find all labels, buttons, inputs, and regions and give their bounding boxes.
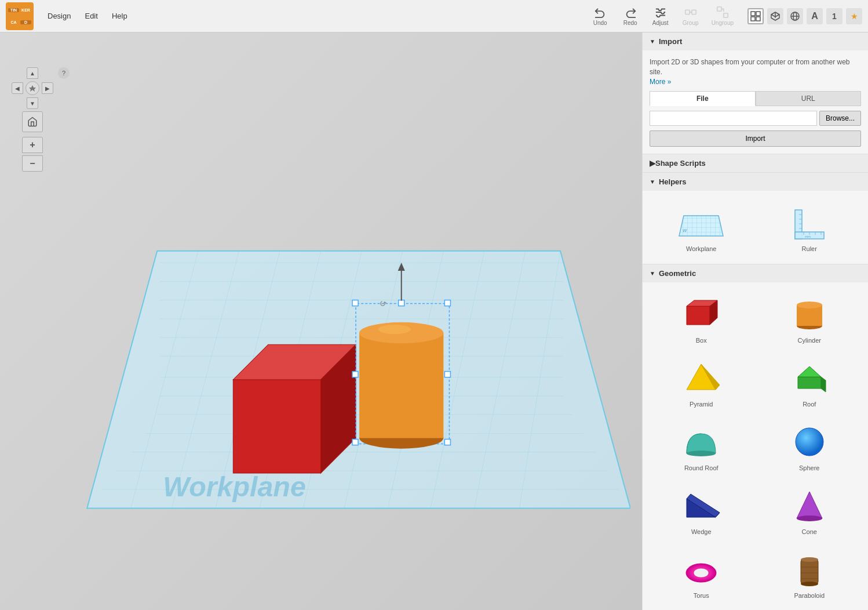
more-link[interactable]: More » [650, 78, 671, 86]
workplane-label: Workplane [686, 245, 716, 252]
svg-point-92 [694, 568, 709, 578]
helpers-section: ▼ Helpers [643, 173, 868, 264]
svg-point-78 [797, 302, 822, 308]
shape-pyramid[interactable]: Pyramid [650, 353, 753, 412]
cylinder-shape[interactable] [359, 322, 443, 449]
number-icon[interactable]: 1 [826, 8, 843, 24]
zoom-in-button[interactable]: + [22, 137, 43, 153]
red-box-shape[interactable] [233, 344, 356, 473]
undo-button[interactable]: Undo [586, 3, 614, 28]
helper-workplane[interactable]: W Workplane [650, 198, 753, 257]
svg-rect-43 [352, 300, 358, 306]
top-right-icons: A 1 ★ [747, 8, 862, 24]
shape-scripts-section: ▶ Shape Scripts [643, 154, 868, 173]
group-button[interactable]: Group [677, 3, 705, 28]
svg-rect-3 [724, 13, 728, 17]
shape-scripts-arrow: ▶ [650, 159, 655, 168]
svg-marker-39 [233, 380, 320, 473]
import-button[interactable]: Import [650, 130, 861, 147]
paraboloid-label: Paraboloid [794, 592, 825, 599]
import-input-row: Browse... [650, 111, 861, 126]
browse-button[interactable]: Browse... [819, 111, 861, 126]
svg-rect-46 [444, 440, 450, 445]
svg-rect-48 [399, 300, 404, 306]
shape-torus[interactable]: Torus [650, 544, 753, 604]
toolbar-actions: Undo Redo Adjust Group [586, 3, 738, 28]
geometric-header[interactable]: ▼ Geometric [643, 264, 868, 282]
import-header[interactable]: ▼ Import [643, 32, 868, 50]
svg-rect-49 [352, 372, 358, 377]
shape-round-roof[interactable]: Round Roof [650, 417, 753, 476]
import-title: Import [659, 37, 682, 46]
import-description: Import 2D or 3D shapes from your compute… [650, 57, 861, 86]
menu-edit[interactable]: Edit [78, 8, 104, 24]
shape-box[interactable]: Box [650, 289, 753, 348]
sphere-label: Sphere [799, 464, 819, 471]
svg-rect-44 [444, 300, 450, 306]
tinkercad-logo[interactable]: TIN KER CA D [6, 2, 34, 30]
svg-text:mm: mm [805, 235, 811, 238]
viewport[interactable]: ▲ ▼ ◀ ▶ + − ? [0, 32, 642, 610]
svg-rect-2 [717, 7, 721, 11]
zoom-out-button[interactable]: − [22, 155, 43, 172]
nav-center[interactable] [25, 81, 39, 95]
ruler-label: Ruler [802, 245, 817, 252]
svg-marker-11 [87, 251, 630, 509]
text-icon[interactable]: A [807, 8, 823, 24]
torus-label: Torus [694, 592, 709, 599]
menu-help[interactable]: Help [105, 8, 134, 24]
ruler-thumb: mm [786, 202, 833, 243]
svg-point-94 [801, 557, 818, 562]
svg-rect-0 [685, 10, 689, 14]
nav-up[interactable]: ▲ [27, 67, 38, 79]
geometric-arrow: ▼ [650, 270, 655, 277]
svg-point-85 [796, 428, 823, 456]
shape-roof[interactable]: Roof [758, 353, 862, 412]
shape-sphere[interactable]: Sphere [758, 417, 862, 476]
workplane-thumb: W [678, 202, 724, 243]
shape-wedge[interactable]: Wedge [650, 481, 753, 540]
svg-marker-89 [797, 492, 822, 518]
nav-controls: ▲ ▼ ◀ ▶ + − [12, 67, 53, 172]
shape-cone[interactable]: Cone [758, 481, 862, 540]
globe-icon[interactable] [787, 8, 803, 24]
svg-rect-1 [691, 10, 695, 14]
view-home-button[interactable] [22, 111, 43, 132]
svg-point-90 [797, 515, 822, 521]
menu-design[interactable]: Design [41, 8, 78, 24]
nav-left[interactable]: ◀ [12, 82, 23, 94]
svg-rect-50 [444, 372, 450, 377]
svg-marker-81 [798, 377, 821, 388]
3d-view-icon[interactable] [767, 8, 783, 24]
helper-ruler[interactable]: mm Ruler [758, 198, 862, 257]
svg-marker-82 [798, 366, 821, 377]
adjust-button[interactable]: Adjust [647, 3, 674, 28]
nav-right[interactable]: ▶ [42, 82, 53, 94]
svg-marker-10 [29, 85, 36, 92]
svg-marker-83 [821, 377, 826, 392]
helpers-header[interactable]: ▼ Helpers [643, 173, 868, 191]
star-icon[interactable]: ★ [846, 8, 862, 24]
redo-button[interactable]: Redo [617, 3, 644, 28]
round-roof-label: Round Roof [684, 464, 719, 471]
wedge-label: Wedge [691, 528, 712, 535]
tab-url[interactable]: URL [756, 91, 862, 106]
helpers-grid: W Workplane [643, 191, 868, 264]
shape-paraboloid[interactable]: Paraboloid [758, 544, 862, 604]
import-arrow: ▼ [650, 38, 655, 45]
import-file-input[interactable] [650, 111, 817, 126]
geometric-section: ▼ Geometric Box [643, 264, 868, 610]
nav-wheel: ▲ ▼ ◀ ▶ [12, 67, 53, 109]
shape-cylinder[interactable]: Cylinder [758, 289, 862, 348]
help-badge[interactable]: ? [58, 67, 70, 79]
grid-view-icon[interactable] [747, 8, 764, 24]
main-content: ▲ ▼ ◀ ▶ + − ? [0, 32, 868, 610]
helpers-title: Helpers [659, 177, 687, 186]
nav-down[interactable]: ▼ [27, 97, 38, 109]
workplane-area[interactable]: Workplane [70, 67, 630, 598]
ungroup-button[interactable]: Ungroup [707, 3, 738, 28]
tab-file[interactable]: File [650, 91, 756, 106]
import-tabs: File URL [650, 91, 861, 106]
svg-rect-4 [751, 12, 755, 16]
shape-scripts-header[interactable]: ▶ Shape Scripts [643, 154, 868, 172]
